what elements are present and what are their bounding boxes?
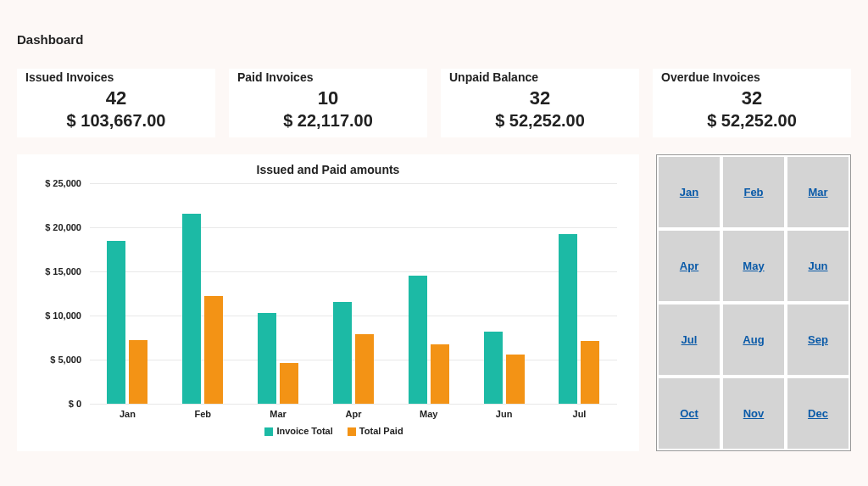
legend-label: Invoice Total xyxy=(276,426,332,436)
bar-invoice-total xyxy=(409,276,427,404)
bar-total-paid xyxy=(204,296,223,404)
metric-label: Unpaid Balance xyxy=(449,70,631,84)
bar-total-paid xyxy=(431,344,449,404)
metric-count: 32 xyxy=(449,87,631,109)
chart-x-tick: May xyxy=(403,409,454,419)
month-cell-dec[interactable]: Dec xyxy=(786,377,850,450)
metrics-row: Issued Invoices 42 $ 103,667.00 Paid Inv… xyxy=(17,69,851,137)
bar-group xyxy=(403,276,454,404)
chart-bars xyxy=(90,183,617,404)
metric-amount: $ 103,667.00 xyxy=(25,111,207,131)
bar-total-paid xyxy=(355,334,374,404)
bar-group xyxy=(479,332,530,404)
month-cell-oct[interactable]: Oct xyxy=(657,377,721,450)
chart-plot-area: $ 0$ 5,000$ 10,000$ 15,000$ 20,000$ 25,0… xyxy=(90,183,617,404)
chart-x-tick: Jun xyxy=(479,409,530,419)
month-cell-jul[interactable]: Jul xyxy=(657,303,721,377)
chart-y-tick: $ 10,000 xyxy=(31,310,81,321)
chart-x-tick: Jan xyxy=(102,409,153,419)
month-link[interactable]: Mar xyxy=(808,186,827,198)
chart-issued-paid: Issued and Paid amounts $ 0$ 5,000$ 10,0… xyxy=(17,154,639,451)
month-cell-jun[interactable]: Jun xyxy=(786,229,850,303)
chart-x-tick: Mar xyxy=(253,409,303,419)
month-link[interactable]: Sep xyxy=(808,333,828,346)
metric-amount: $ 52,252.00 xyxy=(449,111,631,131)
bar-total-paid xyxy=(506,355,525,404)
month-cell-feb[interactable]: Feb xyxy=(721,155,786,229)
month-cell-sep[interactable]: Sep xyxy=(786,303,850,377)
legend-swatch-total-paid xyxy=(348,427,356,436)
month-link[interactable]: Aug xyxy=(743,333,764,346)
page-title: Dashboard xyxy=(17,32,851,47)
month-link[interactable]: Dec xyxy=(808,407,828,420)
bar-invoice-total xyxy=(333,302,352,404)
bar-invoice-total xyxy=(484,332,503,404)
bar-invoice-total xyxy=(559,234,577,404)
month-cell-apr[interactable]: Apr xyxy=(657,229,721,303)
metric-label: Issued Invoices xyxy=(25,70,207,84)
chart-legend: Invoice Total Total Paid xyxy=(31,426,626,436)
metric-label: Paid Invoices xyxy=(237,70,419,84)
bar-total-paid xyxy=(280,363,298,404)
metric-unpaid-balance: Unpaid Balance 32 $ 52,252.00 xyxy=(441,69,639,137)
metric-count: 42 xyxy=(25,87,207,109)
bar-group xyxy=(102,241,153,404)
chart-x-tick: Feb xyxy=(177,409,228,419)
metric-amount: $ 22,117.00 xyxy=(237,111,419,131)
metric-label: Overdue Invoices xyxy=(661,70,843,84)
month-cell-aug[interactable]: Aug xyxy=(721,303,786,377)
bar-group xyxy=(177,214,228,404)
metric-amount: $ 52,252.00 xyxy=(661,111,843,131)
bar-total-paid xyxy=(129,340,147,404)
month-link[interactable]: Apr xyxy=(680,260,698,272)
month-link[interactable]: Jan xyxy=(680,186,698,198)
month-link[interactable]: Jun xyxy=(808,260,827,272)
chart-y-tick: $ 20,000 xyxy=(31,222,81,232)
chart-y-tick: $ 15,000 xyxy=(31,266,81,277)
chart-y-tick: $ 25,000 xyxy=(31,178,81,188)
metric-overdue-invoices: Overdue Invoices 32 $ 52,252.00 xyxy=(653,69,851,137)
month-cell-nov[interactable]: Nov xyxy=(721,377,786,450)
chart-x-axis: JanFebMarAprMayJunJul xyxy=(90,409,617,419)
legend-swatch-invoice-total xyxy=(264,427,273,436)
month-link[interactable]: May xyxy=(743,260,764,272)
month-link[interactable]: Jul xyxy=(682,333,698,346)
bar-group xyxy=(328,302,379,404)
chart-y-tick: $ 5,000 xyxy=(31,355,81,365)
metric-issued-invoices: Issued Invoices 42 $ 103,667.00 xyxy=(17,69,215,137)
legend-label: Total Paid xyxy=(359,426,403,436)
bar-group xyxy=(253,313,303,404)
month-link[interactable]: Oct xyxy=(680,407,698,420)
chart-gridline xyxy=(90,404,617,405)
chart-x-tick: Jul xyxy=(554,409,604,419)
bar-invoice-total xyxy=(258,313,276,404)
bar-total-paid xyxy=(581,341,599,404)
chart-x-tick: Apr xyxy=(328,409,379,419)
metric-count: 32 xyxy=(661,87,843,109)
month-link[interactable]: Nov xyxy=(743,407,765,420)
metric-count: 10 xyxy=(237,87,419,109)
metric-paid-invoices: Paid Invoices 10 $ 22,117.00 xyxy=(229,69,427,137)
bar-invoice-total xyxy=(107,241,125,404)
bar-invoice-total xyxy=(182,214,201,404)
month-slicer: Jan Feb Mar Apr May Jun Jul Aug Sep Oct … xyxy=(656,154,851,451)
chart-y-tick: $ 0 xyxy=(31,399,81,409)
month-cell-jan[interactable]: Jan xyxy=(657,155,721,229)
month-cell-may[interactable]: May xyxy=(721,229,786,303)
bar-group xyxy=(554,234,604,404)
chart-title: Issued and Paid amounts xyxy=(31,163,626,176)
month-cell-mar[interactable]: Mar xyxy=(786,155,850,229)
month-link[interactable]: Feb xyxy=(743,186,763,198)
